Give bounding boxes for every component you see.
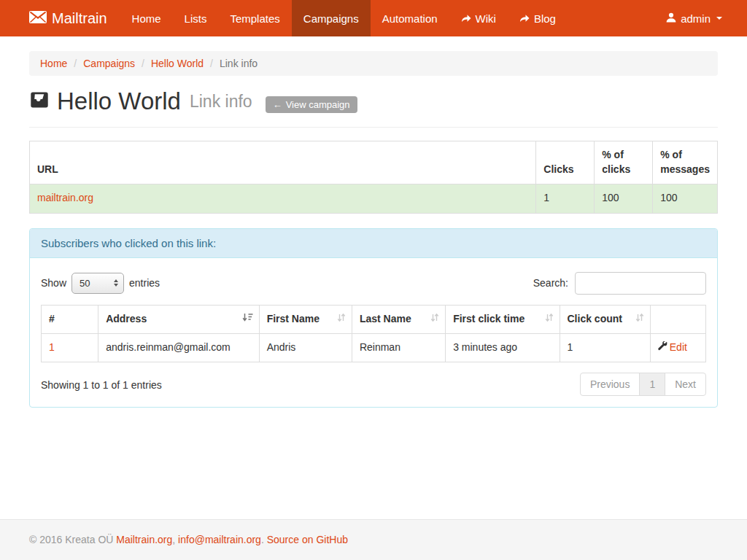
nav-item-templates[interactable]: Templates	[218, 0, 291, 36]
pct-messages-value: 100	[653, 184, 718, 213]
subscriber-row: 1 andris.reinman@gmail.com Andris Reinma…	[42, 333, 706, 362]
nav-item-wiki[interactable]: Wiki	[449, 0, 508, 36]
clicks-value: 1	[536, 184, 595, 213]
sort-both-icon	[337, 312, 346, 327]
chevron-down-icon	[716, 17, 722, 20]
mailtrain-logo-icon	[29, 10, 47, 27]
subscriber-first-name: Andris	[259, 333, 352, 362]
panel-title: Subscribers who clicked on this link:	[30, 229, 717, 258]
url-table-header-row: URL Clicks % of clicks % of messages	[30, 141, 718, 184]
brand-label: Mailtrain	[52, 10, 107, 27]
table-info: Showing 1 to 1 of 1 entries	[41, 373, 162, 391]
sort-both-icon	[545, 312, 554, 327]
nav-item-lists[interactable]: Lists	[173, 0, 219, 36]
subscriber-last-name: Reinman	[352, 333, 445, 362]
col-address[interactable]: Address	[98, 305, 259, 333]
user-name: admin	[681, 12, 711, 25]
nav-item-automation[interactable]: Automation	[371, 0, 449, 36]
url-table-row: mailtrain.org 1 100 100	[30, 184, 718, 213]
sort-ascending-icon	[242, 312, 253, 327]
inbox-icon	[29, 88, 50, 115]
col-actions	[650, 305, 705, 333]
nav-item-campaigns[interactable]: Campaigns	[292, 0, 371, 36]
subscribers-header-row: # Address	[42, 305, 706, 333]
pagination-previous[interactable]: Previous	[580, 373, 640, 396]
brand-link[interactable]: Mailtrain	[29, 0, 120, 36]
page-header: Hello World Link info ← View campaign	[29, 88, 718, 115]
footer-link-email[interactable]: info@mailtrain.org	[178, 534, 261, 545]
edit-link[interactable]: Edit	[658, 341, 687, 355]
pagination-next[interactable]: Next	[665, 373, 706, 396]
breadcrumb-campaigns[interactable]: Campaigns	[67, 58, 135, 69]
copyright-text: © 2016 Kreata OÜ	[29, 534, 113, 545]
page-title: Hello World Link info	[29, 88, 252, 115]
divider	[29, 127, 718, 128]
footer-link-mailtrain[interactable]: Mailtrain.org	[116, 534, 172, 545]
subscriber-index-link[interactable]: 1	[49, 341, 55, 353]
col-click-count[interactable]: Click count	[560, 305, 650, 333]
subscribers-panel: Subscribers who clicked on this link: Sh…	[29, 228, 718, 408]
col-pct-clicks: % of clicks	[595, 141, 653, 184]
nav-menu: Home Lists Templates Campaigns Automatio…	[120, 0, 568, 36]
subscriber-address: andris.reinman@gmail.com	[98, 333, 259, 362]
pct-clicks-value: 100	[595, 184, 653, 213]
share-arrow-icon	[519, 12, 530, 25]
search-input[interactable]	[575, 272, 706, 295]
select-spinner-icon	[114, 279, 118, 287]
footer: © 2016 Kreata OÜ Mailtrain.org, info@mai…	[0, 519, 747, 560]
share-arrow-icon	[461, 12, 471, 25]
subscriber-click-count: 1	[560, 333, 650, 362]
pagination-page-1[interactable]: 1	[640, 373, 665, 396]
breadcrumb-hello-world[interactable]: Hello World	[135, 58, 204, 69]
entries-label: entries	[129, 277, 160, 289]
show-label: Show	[41, 277, 66, 289]
user-icon	[666, 12, 676, 25]
sort-both-icon	[635, 312, 644, 327]
col-last-name[interactable]: Last Name	[352, 305, 445, 333]
sort-both-icon	[430, 312, 439, 327]
url-link[interactable]: mailtrain.org	[37, 192, 93, 203]
navbar: Mailtrain Home Lists Templates Campaigns…	[0, 0, 747, 36]
subscribers-table: # Address	[41, 305, 706, 362]
subscriber-first-click: 3 minutes ago	[446, 333, 560, 362]
col-clicks: Clicks	[536, 141, 595, 184]
page-subtitle: Link info	[190, 92, 252, 112]
page-length-select[interactable]: 50	[71, 273, 124, 294]
nav-item-blog[interactable]: Blog	[508, 0, 568, 36]
page-length-control: Show 50 entries	[41, 273, 160, 294]
user-menu[interactable]: admin	[656, 0, 732, 36]
footer-link-github[interactable]: Source on GitHub	[267, 534, 348, 545]
breadcrumb-current: Link info	[204, 58, 258, 69]
breadcrumb-home[interactable]: Home	[40, 58, 67, 69]
url-stats-table: URL Clicks % of clicks % of messages mai…	[29, 141, 718, 214]
arrow-left-icon: ←	[273, 99, 282, 110]
col-pct-messages: % of messages	[653, 141, 718, 184]
col-url: URL	[30, 141, 536, 184]
campaign-name: Hello World	[57, 88, 181, 115]
view-campaign-button[interactable]: ← View campaign	[266, 96, 357, 113]
col-first-name[interactable]: First Name	[259, 305, 352, 333]
nav-item-home[interactable]: Home	[120, 0, 173, 36]
wrench-icon	[658, 341, 667, 355]
pagination: Previous 1 Next	[580, 373, 706, 396]
search-label: Search:	[533, 277, 568, 289]
col-index: #	[42, 305, 98, 333]
col-first-click-time[interactable]: First click time	[446, 305, 560, 333]
breadcrumb: Home Campaigns Hello World Link info	[29, 51, 718, 76]
